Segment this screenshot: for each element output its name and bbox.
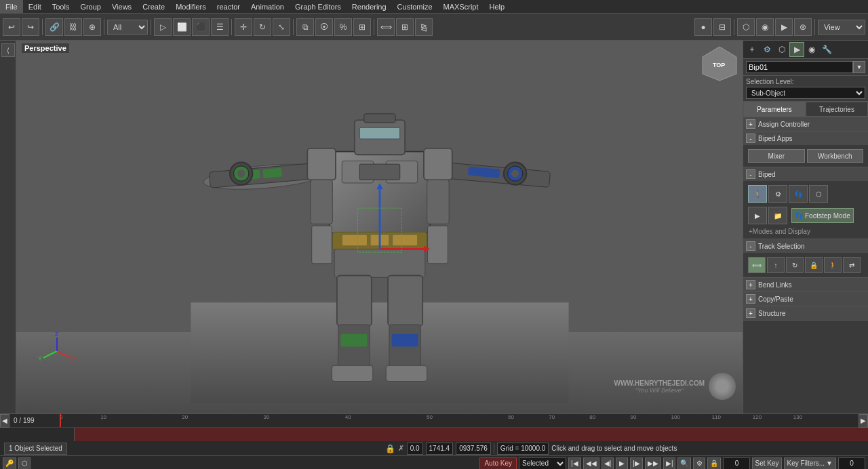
set-key-btn[interactable]: Set Key bbox=[752, 457, 781, 470]
bend-links-expand[interactable]: + bbox=[746, 280, 755, 289]
track-content-bar[interactable] bbox=[75, 428, 868, 441]
z-coord-field[interactable]: 0937.576 bbox=[456, 443, 491, 455]
quick-render-btn[interactable]: ▶ bbox=[775, 18, 793, 36]
menu-edit[interactable]: Edit bbox=[23, 0, 47, 14]
next-frame-btn[interactable]: ▶▶ bbox=[645, 457, 661, 470]
track-sel-body-btn[interactable]: 🚶 bbox=[824, 257, 842, 273]
key-filters-btn[interactable]: Key Filters... ▼ bbox=[784, 457, 836, 470]
zoom-time-btn[interactable]: 🔍 bbox=[677, 457, 691, 470]
name-options-btn[interactable]: ▼ bbox=[853, 61, 865, 73]
footstep-mode-toggle[interactable]: 👣 Footstep Mode bbox=[791, 208, 854, 223]
scale-btn[interactable]: ⤡ bbox=[273, 18, 290, 36]
menu-views[interactable]: Views bbox=[106, 0, 137, 14]
unlink-btn[interactable]: ⛓ bbox=[64, 18, 82, 36]
timeline-scroll-right[interactable]: ▶ bbox=[859, 414, 868, 428]
select-btn[interactable]: ▷ bbox=[154, 18, 172, 36]
track-selection-header[interactable]: - Track Selection bbox=[743, 239, 868, 253]
mirror-btn[interactable]: ⟺ bbox=[377, 18, 395, 36]
timeline-track[interactable]: 0 10 20 30 40 50 60 70 80 90 100 110 120… bbox=[43, 414, 859, 427]
biped-rubber-band-btn[interactable]: ⬡ bbox=[809, 185, 828, 203]
workbench-btn[interactable]: Workbench bbox=[807, 149, 864, 163]
selection-filter-dropdown[interactable]: All bbox=[107, 20, 148, 35]
modes-display-row[interactable]: +Modes and Display bbox=[746, 226, 865, 237]
copy-paste-header[interactable]: + Copy/Paste bbox=[743, 292, 868, 306]
add-keys-btn[interactable]: 🔑 bbox=[3, 457, 16, 470]
track-selection-expand[interactable]: - bbox=[746, 241, 755, 251]
menu-rendering[interactable]: Rendering bbox=[347, 0, 392, 14]
material-editor-btn[interactable]: ⬡ bbox=[737, 18, 755, 36]
lock-sel-btn[interactable]: 🔒 bbox=[707, 457, 721, 470]
motion-tab-icon[interactable]: ▶ bbox=[789, 42, 804, 57]
frame-input[interactable] bbox=[723, 457, 750, 470]
assign-controller-expand[interactable]: + bbox=[746, 119, 755, 129]
angle-snap-btn[interactable]: ⦿ bbox=[315, 18, 333, 36]
biped-motion-mode-btn[interactable]: ⚙ bbox=[768, 185, 787, 203]
tab-parameters[interactable]: Parameters bbox=[743, 102, 806, 117]
assign-controller-header[interactable]: + Assign Controller bbox=[743, 117, 868, 131]
hierarchy-tab-icon[interactable]: ⬡ bbox=[774, 42, 789, 57]
y-coord-field[interactable]: 1741.4 bbox=[426, 443, 454, 455]
biped-freeform-btn[interactable]: ▶ bbox=[748, 207, 767, 224]
goto-end-btn[interactable]: ▶| bbox=[663, 457, 676, 470]
select-by-name-btn[interactable]: ☰ bbox=[211, 18, 229, 36]
percent-snap-btn[interactable]: % bbox=[334, 18, 352, 36]
menu-maxscript[interactable]: MAXScript bbox=[438, 0, 484, 14]
undo-btn[interactable]: ↩ bbox=[3, 18, 20, 36]
align-btn[interactable]: ⧎ bbox=[415, 18, 433, 36]
prev-key-btn[interactable]: ◀| bbox=[601, 457, 614, 470]
menu-modifiers[interactable]: Modifiers bbox=[170, 0, 212, 14]
menu-file[interactable]: File bbox=[0, 0, 23, 14]
rotate-btn[interactable]: ↻ bbox=[254, 18, 271, 36]
next-key-btn[interactable]: |▶ bbox=[630, 457, 643, 470]
object-name-input[interactable] bbox=[746, 61, 853, 73]
biped-figure-mode-btn[interactable]: 🚶 bbox=[748, 185, 767, 203]
track-sel-rotate-btn[interactable]: ↻ bbox=[786, 257, 804, 273]
biped-header[interactable]: - Biped bbox=[743, 167, 868, 181]
utilities-tab-icon[interactable]: 🔧 bbox=[819, 42, 834, 57]
biped-footstep-mode-icon2[interactable]: 👣 bbox=[789, 185, 808, 203]
goto-start-btn[interactable]: |◀ bbox=[568, 457, 581, 470]
spinner-snap-btn[interactable]: ⊞ bbox=[353, 18, 371, 36]
viewport-dropdown[interactable]: View bbox=[818, 20, 865, 35]
structure-expand[interactable]: + bbox=[746, 308, 755, 318]
viewport[interactable]: Perspective bbox=[16, 41, 743, 413]
timeline-scroll-btn[interactable]: ⟨ bbox=[1, 43, 15, 57]
copy-paste-expand[interactable]: + bbox=[746, 294, 755, 304]
key-btn[interactable]: ⬡ bbox=[18, 457, 31, 470]
redo-btn[interactable]: ↪ bbox=[22, 18, 39, 36]
play-btn[interactable]: ▶ bbox=[616, 457, 628, 470]
move-btn[interactable]: ✛ bbox=[235, 18, 252, 36]
menu-group[interactable]: Group bbox=[75, 0, 106, 14]
named-selections-btn[interactable]: ● bbox=[694, 18, 712, 36]
snaps-toggle-btn[interactable]: ⧉ bbox=[296, 18, 314, 36]
track-sel-opposite-btn[interactable]: ⇄ bbox=[843, 257, 861, 273]
key-value-input[interactable] bbox=[838, 457, 865, 470]
sub-object-dropdown[interactable]: Sub-Object bbox=[746, 87, 865, 99]
create-tab-icon[interactable]: + bbox=[745, 42, 760, 57]
select-region-btn[interactable]: ⬜ bbox=[173, 18, 191, 36]
schematic-view-btn[interactable]: ⊟ bbox=[713, 18, 731, 36]
mixer-btn[interactable]: Mixer bbox=[748, 149, 805, 163]
biped-apps-header[interactable]: - Biped Apps bbox=[743, 131, 868, 145]
array-btn[interactable]: ⊞ bbox=[396, 18, 414, 36]
menu-reactor[interactable]: reactor bbox=[212, 0, 245, 14]
menu-help[interactable]: Help bbox=[484, 0, 511, 14]
menu-animation[interactable]: Animation bbox=[245, 0, 290, 14]
biped-apps-expand[interactable]: - bbox=[746, 134, 755, 143]
menu-graph-editors[interactable]: Graph Editors bbox=[290, 0, 347, 14]
menu-create[interactable]: Create bbox=[137, 0, 170, 14]
bind-spacewarp-btn[interactable]: ⊕ bbox=[83, 18, 101, 36]
track-sel-up-btn[interactable]: ↑ bbox=[767, 257, 785, 273]
menu-tools[interactable]: Tools bbox=[47, 0, 75, 14]
auto-key-label[interactable]: Auto Key bbox=[479, 457, 517, 470]
select-link-btn[interactable]: 🔗 bbox=[45, 18, 63, 36]
structure-header[interactable]: + Structure bbox=[743, 306, 868, 320]
timeline-scroll-left[interactable]: ◀ bbox=[0, 414, 9, 428]
time-config-btn[interactable]: ⚙ bbox=[693, 457, 705, 470]
modify-tab-icon[interactable]: ⚙ bbox=[760, 42, 774, 57]
bend-links-header[interactable]: + Bend Links bbox=[743, 278, 868, 291]
render-to-texture-btn[interactable]: ⊛ bbox=[794, 18, 812, 36]
biped-expand[interactable]: - bbox=[746, 169, 755, 179]
tab-trajectories[interactable]: Trajectories bbox=[806, 102, 868, 117]
prev-frame-btn[interactable]: ◀◀ bbox=[583, 457, 599, 470]
